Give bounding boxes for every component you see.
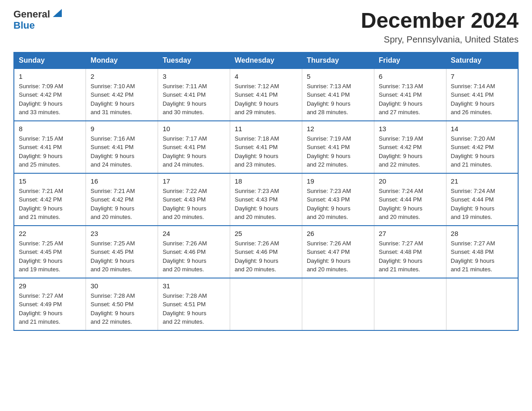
day-info: Sunrise: 7:27 AMSunset: 4:48 PMDaylight:… [379,239,442,274]
logo-text-blue: Blue [13,20,35,31]
calendar-day-2: 2Sunrise: 7:10 AMSunset: 4:42 PMDaylight… [86,68,158,121]
calendar-day-22: 22Sunrise: 7:25 AMSunset: 4:45 PMDayligh… [14,226,86,278]
calendar-day-16: 16Sunrise: 7:21 AMSunset: 4:42 PMDayligh… [86,173,158,226]
day-number: 10 [163,125,225,133]
day-info: Sunrise: 7:24 AMSunset: 4:44 PMDaylight:… [379,187,442,222]
day-number: 14 [451,125,513,133]
day-number: 21 [451,177,513,185]
day-info: Sunrise: 7:09 AMSunset: 4:42 PMDaylight:… [19,82,81,117]
calendar-day-21: 21Sunrise: 7:24 AMSunset: 4:44 PMDayligh… [446,173,518,226]
weekday-header-saturday: Saturday [446,52,518,68]
day-info: Sunrise: 7:13 AMSunset: 4:41 PMDaylight:… [379,82,442,117]
logo-triangle-icon [51,7,64,20]
day-info: Sunrise: 7:10 AMSunset: 4:42 PMDaylight:… [90,82,153,117]
calendar-day-17: 17Sunrise: 7:22 AMSunset: 4:43 PMDayligh… [158,173,230,226]
day-number: 5 [307,73,369,80]
day-info: Sunrise: 7:14 AMSunset: 4:41 PMDaylight:… [451,82,513,117]
day-info: Sunrise: 7:11 AMSunset: 4:41 PMDaylight:… [163,82,225,117]
day-number: 15 [19,177,81,185]
calendar-day-28: 28Sunrise: 7:27 AMSunset: 4:48 PMDayligh… [446,226,518,278]
logo: General Blue [13,9,64,31]
calendar-week-2: 8Sunrise: 7:15 AMSunset: 4:41 PMDaylight… [14,121,518,173]
day-number: 11 [235,125,297,133]
weekday-header-wednesday: Wednesday [230,52,302,68]
day-info: Sunrise: 7:12 AMSunset: 4:41 PMDaylight:… [235,82,297,117]
day-number: 17 [163,177,225,185]
day-number: 13 [379,125,442,133]
day-info: Sunrise: 7:20 AMSunset: 4:42 PMDaylight:… [451,134,513,169]
calendar-day-4: 4Sunrise: 7:12 AMSunset: 4:41 PMDaylight… [230,68,302,121]
day-info: Sunrise: 7:25 AMSunset: 4:45 PMDaylight:… [90,239,153,274]
day-info: Sunrise: 7:19 AMSunset: 4:41 PMDaylight:… [307,134,369,169]
day-number: 12 [307,125,369,133]
calendar-day-23: 23Sunrise: 7:25 AMSunset: 4:45 PMDayligh… [86,226,158,278]
calendar-week-1: 1Sunrise: 7:09 AMSunset: 4:42 PMDaylight… [14,68,518,121]
day-number: 1 [19,73,81,80]
day-number: 16 [90,177,153,185]
day-number: 28 [451,230,513,237]
day-info: Sunrise: 7:23 AMSunset: 4:43 PMDaylight:… [307,187,369,222]
day-number: 3 [163,73,225,80]
day-info: Sunrise: 7:25 AMSunset: 4:45 PMDaylight:… [19,239,81,274]
day-info: Sunrise: 7:18 AMSunset: 4:41 PMDaylight:… [235,134,297,169]
day-number: 6 [379,73,442,80]
calendar-day-31: 31Sunrise: 7:28 AMSunset: 4:51 PMDayligh… [158,278,230,330]
page-header: General Blue December 2024 Spry, Pennsyl… [13,9,519,45]
weekday-header-sunday: Sunday [14,52,86,68]
day-info: Sunrise: 7:21 AMSunset: 4:42 PMDaylight:… [19,187,81,222]
calendar-day-25: 25Sunrise: 7:26 AMSunset: 4:46 PMDayligh… [230,226,302,278]
calendar-day-6: 6Sunrise: 7:13 AMSunset: 4:41 PMDaylight… [374,68,446,121]
calendar-day-1: 1Sunrise: 7:09 AMSunset: 4:42 PMDaylight… [14,68,86,121]
calendar-week-4: 22Sunrise: 7:25 AMSunset: 4:45 PMDayligh… [14,226,518,278]
day-number: 20 [379,177,442,185]
day-number: 24 [163,230,225,237]
day-info: Sunrise: 7:24 AMSunset: 4:44 PMDaylight:… [451,187,513,222]
day-info: Sunrise: 7:22 AMSunset: 4:43 PMDaylight:… [163,187,225,222]
day-number: 9 [90,125,153,133]
day-info: Sunrise: 7:16 AMSunset: 4:41 PMDaylight:… [90,134,153,169]
day-info: Sunrise: 7:21 AMSunset: 4:42 PMDaylight:… [90,187,153,222]
calendar-day-11: 11Sunrise: 7:18 AMSunset: 4:41 PMDayligh… [230,121,302,173]
calendar-table: SundayMondayTuesdayWednesdayThursdayFrid… [13,52,519,331]
weekday-header-row: SundayMondayTuesdayWednesdayThursdayFrid… [14,52,518,68]
day-info: Sunrise: 7:19 AMSunset: 4:42 PMDaylight:… [379,134,442,169]
day-number: 27 [379,230,442,237]
logo-text-general: General [13,9,50,20]
calendar-day-15: 15Sunrise: 7:21 AMSunset: 4:42 PMDayligh… [14,173,86,226]
day-info: Sunrise: 7:17 AMSunset: 4:41 PMDaylight:… [163,134,225,169]
day-number: 31 [163,282,225,290]
day-number: 30 [90,282,153,290]
calendar-day-9: 9Sunrise: 7:16 AMSunset: 4:41 PMDaylight… [86,121,158,173]
day-number: 25 [235,230,297,237]
calendar-empty-cell [446,278,518,330]
calendar-day-27: 27Sunrise: 7:27 AMSunset: 4:48 PMDayligh… [374,226,446,278]
weekday-header-friday: Friday [374,52,446,68]
day-info: Sunrise: 7:23 AMSunset: 4:43 PMDaylight:… [235,187,297,222]
day-info: Sunrise: 7:28 AMSunset: 4:51 PMDaylight:… [163,291,225,326]
calendar-week-3: 15Sunrise: 7:21 AMSunset: 4:42 PMDayligh… [14,173,518,226]
svg-marker-0 [53,9,62,17]
calendar-day-8: 8Sunrise: 7:15 AMSunset: 4:41 PMDaylight… [14,121,86,173]
day-info: Sunrise: 7:26 AMSunset: 4:47 PMDaylight:… [307,239,369,274]
calendar-day-24: 24Sunrise: 7:26 AMSunset: 4:46 PMDayligh… [158,226,230,278]
calendar-day-29: 29Sunrise: 7:27 AMSunset: 4:49 PMDayligh… [14,278,86,330]
day-number: 2 [90,73,153,80]
day-number: 19 [307,177,369,185]
calendar-day-5: 5Sunrise: 7:13 AMSunset: 4:41 PMDaylight… [302,68,374,121]
day-info: Sunrise: 7:13 AMSunset: 4:41 PMDaylight:… [307,82,369,117]
day-number: 4 [235,73,297,80]
calendar-day-3: 3Sunrise: 7:11 AMSunset: 4:41 PMDaylight… [158,68,230,121]
calendar-day-14: 14Sunrise: 7:20 AMSunset: 4:42 PMDayligh… [446,121,518,173]
calendar-empty-cell [302,278,374,330]
calendar-day-20: 20Sunrise: 7:24 AMSunset: 4:44 PMDayligh… [374,173,446,226]
month-title: December 2024 [361,9,519,33]
day-info: Sunrise: 7:27 AMSunset: 4:48 PMDaylight:… [451,239,513,274]
day-number: 7 [451,73,513,80]
calendar-empty-cell [230,278,302,330]
calendar-day-12: 12Sunrise: 7:19 AMSunset: 4:41 PMDayligh… [302,121,374,173]
day-info: Sunrise: 7:27 AMSunset: 4:49 PMDaylight:… [19,291,81,326]
day-number: 26 [307,230,369,237]
calendar-day-13: 13Sunrise: 7:19 AMSunset: 4:42 PMDayligh… [374,121,446,173]
weekday-header-tuesday: Tuesday [158,52,230,68]
day-number: 22 [19,230,81,237]
